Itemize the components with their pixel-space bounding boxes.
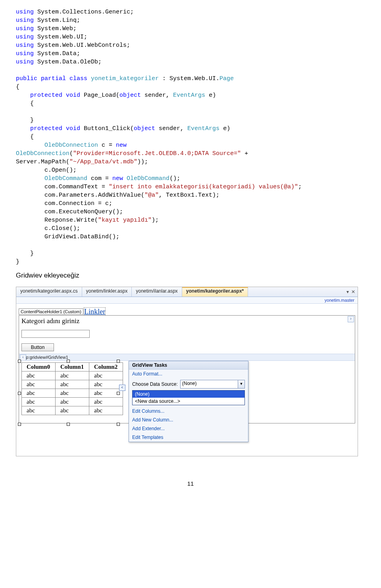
gridview-cell: abc bbox=[22, 389, 56, 398]
button-control[interactable]: Button bbox=[21, 343, 54, 351]
data-source-dropdown: (None) <New data source...> bbox=[132, 390, 245, 405]
gridview-header-cell: Column0 bbox=[22, 363, 56, 372]
edit-templates-link[interactable]: Edit Templates bbox=[132, 435, 164, 440]
code-block: using System.Collections.Generic; using … bbox=[16, 8, 365, 266]
tab-ilanlar[interactable]: yonetim/ilanlar.aspx bbox=[132, 287, 182, 297]
gridview-cell: abc bbox=[56, 406, 89, 415]
gridview-cell: abc bbox=[56, 372, 89, 380]
edit-columns-link[interactable]: Edit Columns... bbox=[132, 408, 164, 414]
textbox-kategori[interactable] bbox=[21, 330, 90, 338]
table-row: abcabcabc bbox=[22, 380, 123, 389]
gridview-cell: abc bbox=[89, 380, 123, 389]
gridview-tasks-title: GridView Tasks bbox=[129, 361, 248, 370]
master-file-label: yonetim.master bbox=[16, 297, 358, 304]
gridview-header-cell: Column2 bbox=[89, 363, 123, 372]
gridview[interactable]: Column0Column1Column2 abcabcabcabcabcabc… bbox=[21, 362, 123, 415]
gridview-tasks-panel: GridView Tasks Auto Format... Choose Dat… bbox=[129, 361, 248, 442]
class-name: yonetim_kategoriler bbox=[91, 75, 159, 82]
tab-strip: yonetim/kategoriler.aspx.cs yonetim/link… bbox=[16, 287, 358, 297]
gridview-cell: abc bbox=[89, 406, 123, 415]
table-row: abcabcabc bbox=[22, 406, 123, 415]
table-row: abcabcabc bbox=[22, 372, 123, 380]
gridview-cell: abc bbox=[89, 398, 123, 406]
gridview-cell: abc bbox=[22, 372, 56, 380]
gridview-cell: abc bbox=[22, 398, 56, 406]
table-row: abcabcabc bbox=[22, 398, 123, 406]
gridview-cell: abc bbox=[56, 380, 89, 389]
kategori-label: Kategori adını giriniz bbox=[19, 316, 355, 326]
add-extender-link[interactable]: Add Extender... bbox=[132, 426, 165, 431]
ds-option-new[interactable]: <New data source...> bbox=[133, 398, 244, 405]
data-source-combo[interactable]: (None) ▼ bbox=[180, 380, 245, 389]
gridview-wrap: Column0Column1Column2 abcabcabcabcabcabc… bbox=[19, 361, 355, 423]
ide-window: yonetim/kategoriler.aspx.cs yonetim/link… bbox=[16, 287, 358, 456]
design-canvas: ContentPlaceHolder1 (Custom) Linkler › K… bbox=[16, 305, 358, 456]
gridview-cell: abc bbox=[89, 372, 123, 380]
tab-kategoriler-aspx[interactable]: yonetim/kategoriler.aspx* bbox=[182, 287, 248, 297]
auto-format-link[interactable]: Auto Format... bbox=[132, 371, 162, 377]
choose-ds-label: Choose Data Source: bbox=[132, 381, 178, 387]
tab-kategoriler-cs[interactable]: yonetim/kategoriler.aspx.cs bbox=[16, 287, 82, 297]
gridview-cell: abc bbox=[56, 389, 89, 398]
linkler-link[interactable]: Linkler bbox=[84, 307, 106, 316]
table-row: abcabcabc bbox=[22, 389, 123, 398]
add-new-column-link[interactable]: Add New Column... bbox=[132, 417, 173, 423]
content-placeholder-tag[interactable]: ContentPlaceHolder1 (Custom) bbox=[19, 308, 83, 315]
close-icon[interactable]: ✕ bbox=[351, 289, 355, 295]
tab-linkler[interactable]: yonetim/linkler.aspx bbox=[82, 287, 132, 297]
content-placeholder-area: › Kategori adını giriniz Button asp:grid… bbox=[19, 315, 355, 423]
page-class: Page bbox=[219, 75, 234, 82]
gridview-header-cell: Column1 bbox=[56, 363, 89, 372]
gridview-cell: abc bbox=[22, 380, 56, 389]
tab-overflow-icon[interactable]: ▾ bbox=[346, 289, 349, 295]
page-number: 11 bbox=[16, 480, 365, 487]
ds-option-none[interactable]: (None) bbox=[133, 391, 244, 398]
gridview-cell: abc bbox=[22, 406, 56, 415]
gridview-cell: abc bbox=[56, 398, 89, 406]
section-heading: Gridwiev ekleyeceğiz bbox=[16, 272, 365, 280]
scroll-right-icon[interactable]: › bbox=[348, 316, 354, 322]
chevron-down-icon[interactable]: ▼ bbox=[238, 380, 244, 388]
smart-tag-toggle-icon[interactable]: < bbox=[119, 385, 125, 391]
